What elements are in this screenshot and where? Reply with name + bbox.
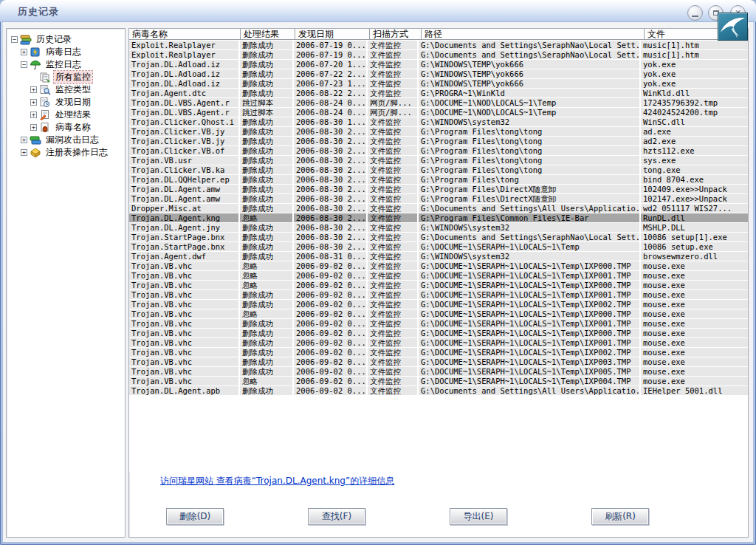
table-row[interactable]: Trojan.VB.vhc删除成功2006-09-02 0...文件监控G:\D… bbox=[129, 329, 748, 337]
table-row[interactable]: Trojan.VB.usr删除成功2006-08-30 2...文件监控G:\P… bbox=[129, 156, 748, 165]
table-row[interactable]: Exploit.Realplayer删除成功2006-07-19 0...文件监… bbox=[129, 50, 748, 59]
tree-item-found-date[interactable]: +发现日期 bbox=[8, 96, 123, 109]
table-row[interactable]: Trojan.DL.Adload.iz删除成功2006-07-20 1...文件… bbox=[129, 60, 748, 69]
export-button[interactable]: 导出(E) bbox=[450, 508, 507, 525]
refresh-button[interactable]: 刷新(R) bbox=[591, 508, 649, 525]
registry-log-icon bbox=[30, 147, 41, 158]
expand-expander-icon[interactable]: + bbox=[21, 149, 27, 156]
cell-result: 删除成功 bbox=[240, 252, 292, 261]
cell-file: mouse.exe bbox=[641, 319, 748, 328]
cell-virus-name: Trojan.Clicker.VB.jy bbox=[129, 127, 238, 136]
cell-scan-mode: 文件监控 bbox=[368, 242, 417, 251]
column-header-result[interactable]: 处理结果 bbox=[241, 29, 295, 39]
expand-expander-icon[interactable]: + bbox=[30, 86, 37, 93]
tree-item-registry-log[interactable]: +注册表操作日志 bbox=[8, 146, 123, 159]
column-header-virus-name[interactable]: 病毒名称 bbox=[129, 29, 241, 39]
virus-detail-link[interactable]: 访问瑞星网站 查看病毒“Trojan.DL.Agent.kng”的详细信息 bbox=[160, 476, 394, 486]
table-row[interactable]: Trojan.Clicker.VB.of删除成功2006-08-30 2...文… bbox=[129, 146, 748, 155]
sidebar-tree[interactable]: −历史记录+病毒日志−监控日志所有监控+监控类型+发现日期+处理结果+病毒名称+… bbox=[6, 28, 126, 538]
table-row[interactable]: Trojan.DL.Agent.amw删除成功2006-08-30 2...文件… bbox=[129, 194, 748, 203]
table-row[interactable]: Trojan.VB.vhc删除成功2006-09-02 0...文件监控G:\D… bbox=[129, 357, 748, 366]
cell-scan-mode: 文件监控 bbox=[368, 50, 417, 59]
table-row[interactable]: Trojan.Agent.dtc删除成功2006-08-22 2...文件监控G… bbox=[129, 89, 748, 97]
find-button[interactable]: 查找(F) bbox=[308, 508, 365, 525]
table-row[interactable]: Trojan.VB.vhc忽略2006-09-02 0...文件监控G:\DOC… bbox=[129, 261, 748, 270]
column-header-scan-mode[interactable]: 扫描方式 bbox=[370, 29, 422, 39]
collapse-expander-icon[interactable]: − bbox=[11, 36, 18, 43]
cell-scan-mode: 文件监控 bbox=[368, 367, 417, 376]
table-row[interactable]: Trojan.Clicker.Qhost.i删除成功2006-08-30 1..… bbox=[129, 117, 748, 126]
cell-virus-name: Trojan.DL.VBS.Agent.r bbox=[129, 108, 238, 117]
table-row[interactable]: Trojan.DL.Agent.amw删除成功2006-08-30 2...文件… bbox=[129, 185, 748, 193]
cell-found-date: 2006-07-23 1... bbox=[294, 79, 366, 88]
tree-item-monitor-log[interactable]: −监控日志 bbox=[8, 58, 123, 71]
table-row[interactable]: Trojan.DL.Adload.iz删除成功2006-07-23 1...文件… bbox=[129, 79, 748, 88]
cell-virus-name: Trojan.Clicker.VB.of bbox=[129, 146, 238, 155]
expand-expander-icon[interactable]: + bbox=[30, 112, 37, 118]
table-row[interactable]: Trojan.DL.QQHelper.ep删除成功2006-08-30 2...… bbox=[129, 175, 748, 184]
table-row[interactable]: Trojan.DL.VBS.Agent.r跳过脚本2006-08-24 0...… bbox=[129, 108, 748, 117]
table-header[interactable]: 病毒名称处理结果发现日期扫描方式路径文件 bbox=[129, 29, 748, 40]
tree-item-monitor-type[interactable]: +监控类型 bbox=[8, 83, 123, 96]
table-row[interactable]: Trojan.Agent.dwf删除成功2006-08-31 0...文件监控G… bbox=[129, 252, 748, 261]
table-row-selected[interactable]: Trojan.DL.Agent.kng忽略2006-08-30 2...文件监控… bbox=[129, 213, 748, 222]
virus-name-icon bbox=[39, 122, 51, 133]
cell-result: 忽略 bbox=[240, 271, 292, 280]
expand-expander-icon[interactable]: + bbox=[30, 99, 37, 106]
table-row[interactable]: Trojan.VB.vhc删除成功2006-09-02 0...文件监控G:\D… bbox=[129, 367, 748, 376]
cell-file: 10086_setup[1].exe bbox=[641, 233, 748, 241]
tree-item-all-monitors[interactable]: 所有监控 bbox=[8, 71, 123, 83]
tree-item-virus-log[interactable]: +病毒日志 bbox=[8, 46, 123, 58]
table-row[interactable]: Trojan.DL.VBS.Agent.r跳过脚本2006-08-24 0...… bbox=[129, 98, 748, 107]
cell-scan-mode: 文件监控 bbox=[368, 69, 417, 78]
history-log-window: 历史记录 ✕ −历史记录+病毒日志−监控日志所有监控+监控类型+发现日期+处理结… bbox=[0, 0, 756, 545]
table-row[interactable]: Trojan.StartPage.bnx删除成功2006-08-30 2...文… bbox=[129, 233, 748, 241]
delete-button[interactable]: 删除(D) bbox=[166, 508, 224, 525]
tree-item-history-root[interactable]: −历史记录 bbox=[8, 33, 123, 46]
expand-expander-icon[interactable]: + bbox=[21, 49, 27, 55]
cell-file: ad.exe bbox=[641, 127, 748, 136]
titlebar[interactable]: 历史记录 ✕ bbox=[0, 0, 756, 22]
expand-expander-icon[interactable]: + bbox=[21, 137, 27, 143]
cell-found-date: 2006-08-30 1... bbox=[294, 117, 366, 126]
table-row[interactable]: Trojan.VB.vhc忽略2006-09-02 0...文件监控G:\DOC… bbox=[129, 281, 748, 289]
cell-scan-mode: 文件监控 bbox=[368, 194, 417, 203]
table-row[interactable]: Trojan.Clicker.VB.jy删除成功2006-08-30 2...文… bbox=[129, 127, 748, 136]
collapse-expander-icon[interactable]: − bbox=[21, 61, 27, 68]
expand-expander-icon[interactable]: + bbox=[30, 124, 37, 131]
cell-file: mouse.exe bbox=[641, 261, 748, 270]
table-row[interactable]: Exploit.Realplayer删除成功2006-07-19 0...文件监… bbox=[129, 41, 748, 49]
table-rows: Exploit.Realplayer删除成功2006-07-19 0...文件监… bbox=[129, 40, 748, 396]
tree-item-vuln-log[interactable]: +漏洞攻击日志 bbox=[8, 134, 123, 146]
cell-result: 删除成功 bbox=[240, 165, 292, 174]
cell-scan-mode: 文件监控 bbox=[368, 281, 417, 289]
table-row[interactable]: Trojan.VB.vhc忽略2006-09-02 0...文件监控G:\DOC… bbox=[129, 309, 748, 318]
cell-file: RunDL.dll bbox=[641, 213, 748, 222]
table-row[interactable]: Trojan.VB.vhc忽略2006-09-02 0...文件监控G:\DOC… bbox=[129, 377, 748, 385]
cell-result: 删除成功 bbox=[240, 69, 292, 78]
table-row[interactable]: Trojan.VB.vhc删除成功2006-09-02 0...文件监控G:\D… bbox=[129, 348, 748, 357]
table-row[interactable]: Trojan.Clicker.VB.ka删除成功2006-08-30 2...文… bbox=[129, 165, 748, 174]
table-row[interactable]: Trojan.Clicker.VB.jy删除成功2006-08-30 2...文… bbox=[129, 137, 748, 145]
table-row[interactable]: Trojan.StartPage.bnx删除成功2006-08-30 2...文… bbox=[129, 242, 748, 251]
cell-path: G:\WINDOWS\system32 bbox=[419, 223, 639, 232]
cell-virus-name: Trojan.DL.Agent.apb bbox=[129, 386, 238, 395]
table-row[interactable]: Trojan.DL.Adload.iz删除成功2006-07-22 2...文件… bbox=[129, 69, 748, 78]
table-row[interactable]: Trojan.VB.vhc删除成功2006-09-02 0...文件监控G:\D… bbox=[129, 290, 748, 299]
table-row[interactable]: Trojan.DL.Agent.jny删除成功2006-08-30 2...文件… bbox=[129, 223, 748, 232]
column-header-path[interactable]: 路径 bbox=[422, 29, 645, 39]
table-row[interactable]: Trojan.VB.vhc删除成功2006-09-02 0...文件监控G:\D… bbox=[129, 300, 748, 309]
table-row[interactable]: Trojan.VB.vhc删除成功2006-09-02 0...文件监控G:\D… bbox=[129, 338, 748, 347]
table-row[interactable]: Trojan.VB.vhc删除成功2006-09-02 0...文件监控G:\D… bbox=[129, 319, 748, 328]
table-row[interactable]: Trojan.DL.Agent.apb删除成功2006-09-02 0...文件… bbox=[129, 386, 748, 395]
cell-virus-name: Trojan.StartPage.bnx bbox=[129, 242, 238, 251]
minimize-button[interactable] bbox=[687, 5, 703, 21]
cell-result: 删除成功 bbox=[240, 367, 292, 376]
table-row[interactable]: Trojan.VB.vhc忽略2006-09-02 0...文件监控G:\DOC… bbox=[129, 271, 748, 280]
tree-item-handle-result[interactable]: +处理结果 bbox=[8, 109, 123, 121]
tree-item-virus-name[interactable]: +病毒名称 bbox=[8, 121, 123, 134]
table-row[interactable]: Dropper.Misc.at删除成功2006-08-30 2...文件监控G:… bbox=[129, 204, 748, 213]
cell-result: 删除成功 bbox=[240, 41, 292, 49]
cell-virus-name: Trojan.VB.vhc bbox=[129, 309, 238, 318]
column-header-found-date[interactable]: 发现日期 bbox=[295, 29, 370, 39]
